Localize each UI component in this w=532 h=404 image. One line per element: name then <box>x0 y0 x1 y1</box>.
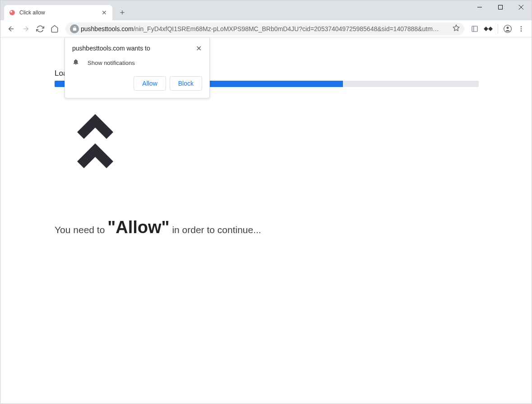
window-maximize-button[interactable] <box>490 0 511 14</box>
profile-icon[interactable] <box>501 23 514 35</box>
notification-permission-dialog: pushbesttools.com wants to ✕ Show notifi… <box>65 37 210 98</box>
browser-tab[interactable]: Click allow ✕ <box>4 5 112 20</box>
svg-point-0 <box>9 10 15 15</box>
address-bar[interactable]: pushbesttools.com/nin_FyD4xfQI1SREm68Mz-… <box>65 23 464 35</box>
permission-label: Show notifications <box>88 60 135 66</box>
svg-rect-7 <box>472 26 477 32</box>
svg-point-13 <box>521 28 522 29</box>
back-button[interactable] <box>5 23 18 35</box>
tab-favicon <box>9 9 16 16</box>
forward-button[interactable] <box>19 23 32 35</box>
svg-point-1 <box>10 11 12 13</box>
url-text: pushbesttools.com/nin_FyD4xfQI1SREm68Mz-… <box>81 25 450 32</box>
svg-marker-6 <box>453 25 459 31</box>
toolbar-separator <box>498 24 498 33</box>
lock-icon <box>70 24 79 33</box>
star-icon[interactable] <box>453 24 460 33</box>
allow-button[interactable]: Allow <box>134 76 166 91</box>
svg-marker-9 <box>488 27 493 31</box>
browser-toolbar: pushbesttools.com/nin_FyD4xfQI1SREm68Mz-… <box>0 20 532 37</box>
svg-point-12 <box>521 26 522 28</box>
tab-title: Click allow <box>19 9 101 16</box>
block-button[interactable]: Block <box>170 76 202 91</box>
svg-marker-8 <box>484 27 488 31</box>
svg-point-11 <box>507 27 509 29</box>
svg-point-14 <box>521 30 522 32</box>
bell-icon <box>72 58 79 67</box>
instruction-text: You need to "Allow" in order to continue… <box>55 218 477 237</box>
home-button[interactable] <box>48 23 61 35</box>
page-viewport: Loa You need to "Allow" in order to cont… <box>0 37 532 404</box>
reload-button[interactable] <box>34 23 46 35</box>
tab-strip: Click allow ✕ + <box>0 4 532 20</box>
new-tab-button[interactable]: + <box>116 6 129 19</box>
extension-icon-2[interactable] <box>481 23 495 35</box>
arrows-up-icon <box>73 110 477 168</box>
window-close-button[interactable] <box>511 0 532 14</box>
tab-close-icon[interactable]: ✕ <box>101 9 108 16</box>
window-minimize-button[interactable] <box>469 0 490 14</box>
svg-rect-3 <box>499 5 503 9</box>
permission-title: pushbesttools.com wants to <box>72 45 150 52</box>
extension-icon[interactable] <box>468 23 481 35</box>
menu-icon[interactable] <box>514 23 528 35</box>
close-icon[interactable]: ✕ <box>195 45 202 52</box>
